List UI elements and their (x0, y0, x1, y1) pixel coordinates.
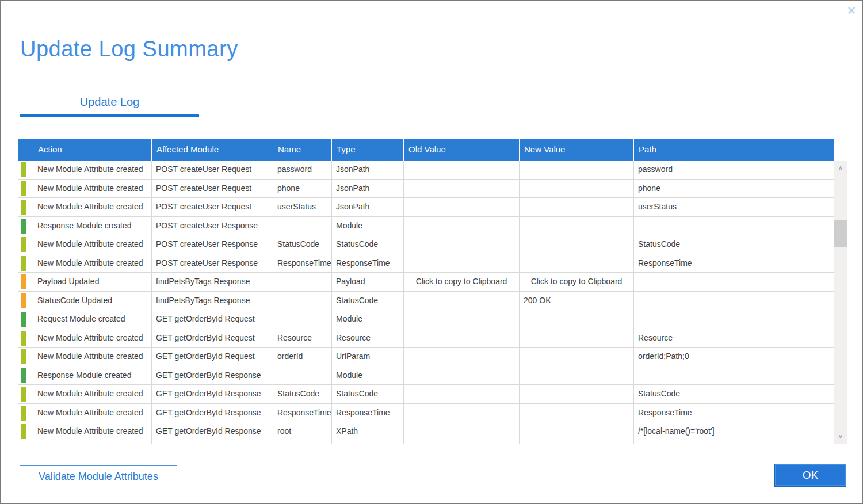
cell-action: New Module Attribute created (33, 180, 152, 198)
cell-new (520, 198, 634, 217)
cell-type (332, 441, 404, 445)
cell-module: POST createUser Request (152, 198, 273, 217)
cell-path: ResponseTime (634, 404, 834, 423)
table-row (18, 441, 834, 445)
cell-old (404, 198, 520, 217)
page-title: Update Log Summary (20, 37, 238, 62)
cell-name: root (273, 422, 332, 441)
cell-name (273, 441, 332, 445)
row-status-indicator (18, 441, 33, 445)
cell-name: ResponseTime (273, 404, 332, 423)
tab-label: Update Log (20, 92, 199, 112)
cell-new (520, 217, 634, 236)
close-icon[interactable]: ✕ (847, 5, 856, 17)
cell-new (520, 366, 634, 385)
cell-type: JsonPath (332, 198, 404, 217)
cell-old (404, 348, 520, 366)
yellow-green-indicator-bar (21, 256, 26, 271)
cell-name (273, 273, 332, 292)
cell-path: userStatus (634, 198, 834, 217)
cell-new (520, 235, 634, 254)
cell-module: POST createUser Request (152, 161, 273, 180)
cell-action: Response Module created (33, 366, 152, 385)
cell-old (404, 366, 520, 385)
cell-name: userStatus (273, 198, 332, 217)
table-row: New Module Attribute createdPOST createU… (18, 161, 834, 180)
cell-action: New Module Attribute created (33, 329, 152, 348)
cell-module: POST createUser Response (152, 254, 273, 273)
ok-button[interactable]: OK (775, 464, 846, 486)
table-row: New Module Attribute createdGET getOrder… (18, 404, 834, 423)
cell-type: JsonPath (332, 161, 404, 180)
cell-old (404, 161, 520, 180)
cell-path: ResponseTime (634, 254, 834, 273)
row-status-indicator (18, 273, 33, 292)
table-row: New Module Attribute createdPOST createU… (18, 254, 834, 273)
cell-new (520, 310, 634, 329)
cell-old[interactable]: Click to copy to Clipboard (404, 273, 520, 292)
row-status-indicator (18, 422, 33, 441)
validate-module-attributes-button[interactable]: Validate Module Attributes (20, 465, 177, 487)
cell-type: JsonPath (332, 180, 404, 198)
cell-action: New Module Attribute created (33, 235, 152, 254)
cell-path: orderId;Path;0 (634, 348, 834, 366)
cell-module: GET getOrderById Request (152, 310, 273, 329)
scrollbar-thumb[interactable] (834, 220, 847, 247)
cell-name: ResponseTime (273, 254, 332, 273)
yellow-green-indicator-bar (21, 331, 26, 346)
cell-new[interactable]: Click to copy to Clipboard (520, 273, 634, 292)
cell-module: findPetsByTags Response (152, 273, 273, 292)
cell-new (520, 254, 634, 273)
column-header-affected-module: Affected Module (152, 139, 273, 161)
cell-new (520, 348, 634, 366)
cell-module: POST createUser Request (152, 180, 273, 198)
cell-action: New Module Attribute created (33, 198, 152, 217)
cell-type: ResponseTime (332, 404, 404, 423)
column-header-name: Name (273, 139, 332, 161)
tab-update-log[interactable]: Update Log (20, 92, 199, 117)
cell-type: StatusCode (332, 292, 404, 311)
cell-module (152, 441, 273, 445)
cell-type: XPath (332, 422, 404, 441)
cell-name: password (273, 161, 332, 180)
cell-path: /*[local-name()='root'] (634, 422, 834, 441)
cell-path: StatusCode (634, 235, 834, 254)
cell-module: GET getOrderById Response (152, 385, 273, 404)
green-indicator-bar (21, 312, 26, 327)
yellow-green-indicator-bar (21, 237, 26, 252)
column-header-action: Action (33, 139, 152, 161)
cell-new (520, 441, 634, 445)
row-status-indicator (18, 235, 33, 254)
yellow-green-indicator-bar (21, 162, 26, 177)
cell-action: New Module Attribute created (33, 385, 152, 404)
orange-indicator-bar (21, 274, 26, 289)
row-status-indicator (18, 180, 33, 198)
cell-path: phone (634, 180, 834, 198)
cell-type: Payload (332, 273, 404, 292)
cell-action: New Module Attribute created (33, 348, 152, 366)
cell-old (404, 422, 520, 441)
cell-name (273, 366, 332, 385)
table-row: Payload UpdatedfindPetsByTags ResponsePa… (18, 273, 834, 292)
cell-action: New Module Attribute created (33, 404, 152, 423)
scroll-down-icon[interactable]: ∨ (834, 430, 847, 443)
row-status-indicator (18, 161, 33, 180)
cell-module: GET getOrderById Request (152, 329, 273, 348)
cell-type: UrlParam (332, 348, 404, 366)
scroll-up-icon[interactable]: ∧ (834, 162, 847, 174)
cell-action: Response Module created (33, 217, 152, 236)
table-row: New Module Attribute createdGET getOrder… (18, 348, 834, 366)
cell-path (634, 217, 834, 236)
yellow-green-indicator-bar (21, 181, 26, 196)
cell-path (634, 273, 834, 292)
vertical-scrollbar[interactable]: ∧ ∨ (834, 161, 847, 444)
cell-module: POST createUser Response (152, 217, 273, 236)
yellow-green-indicator-bar (21, 387, 26, 402)
yellow-green-indicator-bar (21, 200, 26, 215)
yellow-green-indicator-bar (21, 424, 26, 439)
cell-module: findPetsByTags Response (152, 292, 273, 311)
row-status-indicator (18, 404, 33, 423)
column-header-old-value: Old Value (404, 139, 520, 161)
row-status-indicator (18, 366, 33, 385)
green-indicator-bar (21, 368, 26, 383)
